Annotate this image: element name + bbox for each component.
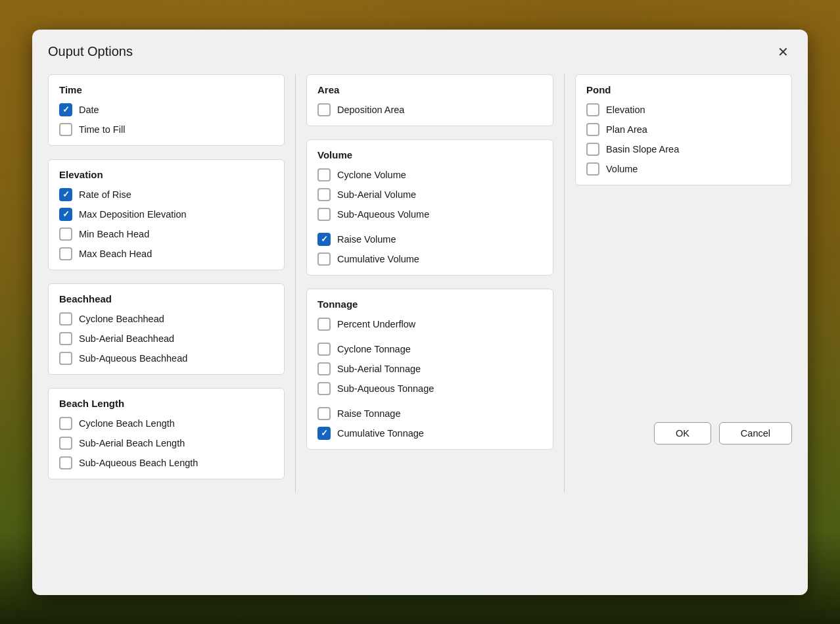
sub-aqueous-beach-length-label: Sub-Aqueous Beach Length — [79, 458, 198, 468]
time-section-title: Time — [59, 84, 273, 95]
min-beach-head-checkbox[interactable] — [59, 228, 72, 241]
date-checkbox-item[interactable]: Date — [59, 103, 273, 116]
right-column: Pond Elevation Plan Area Basin Slope Are… — [575, 74, 792, 492]
cyclone-tonnage-checkbox-item[interactable]: Cyclone Tonnage — [317, 343, 542, 356]
elevation-section: Elevation Rate of Rise Max Deposition El… — [48, 159, 285, 270]
sub-aqueous-beachhead-checkbox[interactable] — [59, 352, 72, 365]
cyclone-volume-label: Cyclone Volume — [337, 170, 406, 180]
min-beach-head-label: Min Beach Head — [79, 229, 149, 239]
basin-slope-area-checkbox-item[interactable]: Basin Slope Area — [586, 143, 781, 156]
cumulative-tonnage-checkbox[interactable] — [317, 427, 331, 440]
cyclone-beachhead-checkbox-item[interactable]: Cyclone Beachhead — [59, 312, 273, 325]
sub-aqueous-tonnage-checkbox[interactable] — [317, 382, 331, 395]
sub-aqueous-beachhead-label: Sub-Aqueous Beachhead — [79, 353, 187, 364]
sub-aerial-beachhead-checkbox-item[interactable]: Sub-Aerial Beachhead — [59, 332, 273, 345]
sub-aqueous-volume-checkbox[interactable] — [317, 208, 331, 221]
time-section: Time Date Time to Fill — [48, 74, 285, 146]
output-options-dialog: Ouput Options ✕ Time Date Time to Fill E… — [32, 30, 808, 595]
volume-section-title: Volume — [317, 149, 542, 160]
sub-aerial-tonnage-checkbox[interactable] — [317, 362, 331, 375]
cyclone-beach-length-checkbox-item[interactable]: Cyclone Beach Length — [59, 417, 273, 430]
sub-aerial-volume-label: Sub-Aerial Volume — [337, 189, 416, 200]
volume-section: Volume Cyclone Volume Sub-Aerial Volume … — [306, 139, 553, 276]
pond-elevation-label: Elevation — [606, 105, 645, 115]
cumulative-volume-checkbox[interactable] — [317, 252, 331, 266]
deposition-area-checkbox-item[interactable]: Deposition Area — [317, 103, 542, 116]
cyclone-tonnage-checkbox[interactable] — [317, 343, 331, 356]
columns-wrapper: Time Date Time to Fill Elevation Rate of… — [48, 74, 792, 492]
cumulative-volume-label: Cumulative Volume — [337, 254, 419, 264]
cyclone-beach-length-checkbox[interactable] — [59, 417, 72, 430]
left-column: Time Date Time to Fill Elevation Rate of… — [48, 74, 285, 492]
pond-section-title: Pond — [586, 84, 781, 95]
beach-length-section-title: Beach Length — [59, 398, 273, 409]
cyclone-tonnage-label: Cyclone Tonnage — [337, 344, 411, 354]
cumulative-tonnage-checkbox-item[interactable]: Cumulative Tonnage — [317, 427, 542, 440]
cyclone-volume-checkbox[interactable] — [317, 168, 331, 181]
sub-aerial-beach-length-checkbox[interactable] — [59, 437, 72, 450]
raise-tonnage-checkbox[interactable] — [317, 407, 331, 420]
sub-aqueous-beach-length-checkbox[interactable] — [59, 456, 72, 469]
min-beach-head-checkbox-item[interactable]: Min Beach Head — [59, 228, 273, 241]
pond-elevation-checkbox-item[interactable]: Elevation — [586, 103, 781, 116]
beach-length-section: Beach Length Cyclone Beach Length Sub-Ae… — [48, 388, 285, 479]
max-beach-head-label: Max Beach Head — [79, 249, 152, 259]
basin-slope-area-label: Basin Slope Area — [606, 144, 679, 155]
plan-area-checkbox[interactable] — [586, 123, 599, 136]
raise-tonnage-checkbox-item[interactable]: Raise Tonnage — [317, 407, 542, 420]
cancel-button[interactable]: Cancel — [719, 422, 792, 444]
date-checkbox[interactable] — [59, 103, 72, 116]
sub-aqueous-tonnage-checkbox-item[interactable]: Sub-Aqueous Tonnage — [317, 382, 542, 395]
time-to-fill-checkbox-item[interactable]: Time to Fill — [59, 123, 273, 136]
middle-column: Area Deposition Area Volume Cyclone Volu… — [295, 74, 565, 492]
pond-volume-label: Volume — [606, 164, 638, 174]
basin-slope-area-checkbox[interactable] — [586, 143, 599, 156]
percent-underflow-checkbox[interactable] — [317, 318, 331, 331]
sub-aerial-beachhead-checkbox[interactable] — [59, 332, 72, 345]
max-deposition-elevation-checkbox[interactable] — [59, 208, 72, 221]
raise-volume-checkbox-item[interactable]: Raise Volume — [317, 233, 542, 246]
raise-volume-label: Raise Volume — [337, 234, 396, 245]
cumulative-volume-checkbox-item[interactable]: Cumulative Volume — [317, 252, 542, 266]
elevation-section-title: Elevation — [59, 169, 273, 180]
sub-aqueous-volume-label: Sub-Aqueous Volume — [337, 209, 429, 220]
max-deposition-elevation-checkbox-item[interactable]: Max Deposition Elevation — [59, 208, 273, 221]
pond-volume-checkbox[interactable] — [586, 162, 599, 176]
cyclone-beachhead-label: Cyclone Beachhead — [79, 314, 164, 324]
max-beach-head-checkbox-item[interactable]: Max Beach Head — [59, 247, 273, 260]
max-deposition-elevation-label: Max Deposition Elevation — [79, 209, 187, 220]
max-beach-head-checkbox[interactable] — [59, 247, 72, 260]
pond-volume-checkbox-item[interactable]: Volume — [586, 162, 781, 176]
cyclone-volume-checkbox-item[interactable]: Cyclone Volume — [317, 168, 542, 181]
sub-aerial-volume-checkbox[interactable] — [317, 188, 331, 201]
tonnage-section: Tonnage Percent Underflow Cyclone Tonnag… — [306, 289, 553, 450]
sub-aqueous-tonnage-label: Sub-Aqueous Tonnage — [337, 383, 434, 394]
sub-aqueous-beachhead-checkbox-item[interactable]: Sub-Aqueous Beachhead — [59, 352, 273, 365]
area-section: Area Deposition Area — [306, 74, 553, 126]
date-label: Date — [79, 105, 99, 115]
sub-aerial-volume-checkbox-item[interactable]: Sub-Aerial Volume — [317, 188, 542, 201]
raise-tonnage-label: Raise Tonnage — [337, 408, 400, 419]
time-to-fill-checkbox[interactable] — [59, 123, 72, 136]
deposition-area-label: Deposition Area — [337, 105, 404, 115]
percent-underflow-label: Percent Underflow — [337, 319, 415, 329]
rate-of-rise-checkbox[interactable] — [59, 188, 72, 201]
rate-of-rise-checkbox-item[interactable]: Rate of Rise — [59, 188, 273, 201]
sub-aerial-beach-length-checkbox-item[interactable]: Sub-Aerial Beach Length — [59, 437, 273, 450]
pond-elevation-checkbox[interactable] — [586, 103, 599, 116]
plan-area-checkbox-item[interactable]: Plan Area — [586, 123, 781, 136]
cyclone-beachhead-checkbox[interactable] — [59, 312, 72, 325]
dialog-title: Ouput Options — [48, 44, 133, 59]
sub-aqueous-volume-checkbox-item[interactable]: Sub-Aqueous Volume — [317, 208, 542, 221]
percent-underflow-checkbox-item[interactable]: Percent Underflow — [317, 318, 542, 331]
plan-area-label: Plan Area — [606, 124, 647, 135]
ok-button[interactable]: OK — [654, 422, 711, 444]
sub-aqueous-beach-length-checkbox-item[interactable]: Sub-Aqueous Beach Length — [59, 456, 273, 469]
area-section-title: Area — [317, 84, 542, 95]
pond-section: Pond Elevation Plan Area Basin Slope Are… — [575, 74, 792, 185]
deposition-area-checkbox[interactable] — [317, 103, 331, 116]
close-button[interactable]: ✕ — [774, 43, 792, 61]
sub-aerial-tonnage-checkbox-item[interactable]: Sub-Aerial Tonnage — [317, 362, 542, 375]
raise-volume-checkbox[interactable] — [317, 233, 331, 246]
sub-aerial-beach-length-label: Sub-Aerial Beach Length — [79, 438, 185, 448]
